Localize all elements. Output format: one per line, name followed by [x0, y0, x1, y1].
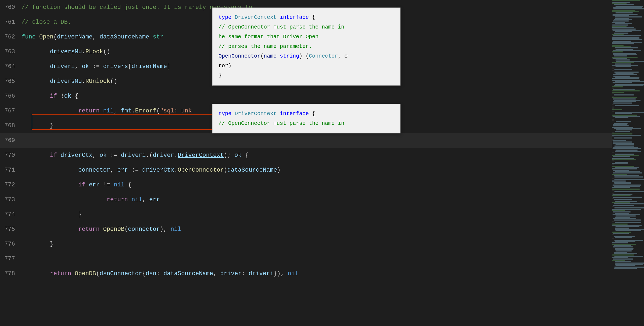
code-line-777: 777 — [0, 251, 612, 266]
minimap-line — [613, 148, 641, 149]
minimap-line — [613, 205, 634, 206]
minimap-line — [615, 16, 642, 17]
minimap-line — [612, 11, 639, 12]
minimap-line — [612, 96, 614, 97]
minimap-line — [612, 68, 614, 69]
minimap-line — [613, 53, 636, 54]
minimap-line — [614, 199, 632, 200]
minimap-line — [612, 206, 614, 207]
minimap-line — [614, 252, 627, 253]
minimap-line — [613, 211, 631, 212]
minimap-line — [613, 58, 627, 59]
minimap-line — [612, 195, 631, 196]
minimap-line — [614, 33, 628, 34]
minimap-line — [613, 246, 633, 247]
minimap-line — [612, 132, 614, 133]
minimap-line — [612, 38, 639, 39]
minimap-line — [612, 135, 641, 136]
line-number-763: 763 — [0, 44, 22, 59]
minimap-line — [614, 191, 644, 192]
minimap-line — [612, 166, 634, 167]
minimap-line — [615, 18, 629, 19]
minimap-line — [612, 119, 614, 120]
popup-line: // OpenConnector must parse the name in — [219, 119, 394, 128]
code-line-775: 775 return OpenDB(connector), nil — [0, 222, 612, 237]
minimap-line — [613, 82, 632, 83]
minimap-line — [616, 230, 641, 231]
minimap-line — [612, 34, 624, 35]
minimap-line — [612, 202, 630, 203]
minimap-line — [616, 73, 634, 74]
minimap-line — [616, 61, 644, 62]
minimap-line — [612, 104, 614, 105]
minimap-line — [615, 213, 629, 214]
minimap-line — [612, 90, 640, 91]
minimap-line — [613, 141, 632, 143]
minimap-line — [613, 218, 636, 219]
minimap-line — [612, 187, 630, 188]
minimap-content — [612, 0, 644, 326]
minimap-line — [615, 237, 632, 238]
minimap-line — [614, 175, 639, 176]
line-content-766: if !ok { — [22, 89, 612, 104]
minimap-line — [615, 63, 631, 65]
minimap-line — [614, 72, 638, 73]
minimap-line — [616, 215, 635, 217]
minimap-line — [615, 117, 628, 118]
minimap-line — [612, 190, 614, 191]
minimap-line — [615, 263, 644, 264]
minimap-line — [615, 47, 638, 48]
minimap-line — [614, 123, 628, 124]
minimap-line — [614, 256, 643, 257]
minimap-line — [612, 244, 636, 245]
minimap-line — [614, 267, 644, 268]
minimap-line — [614, 100, 641, 101]
minimap-line — [612, 51, 623, 52]
line-number-764: 764 — [0, 59, 22, 74]
minimap-line — [615, 261, 631, 262]
minimap-line — [612, 159, 636, 160]
popup-line: type DriverContext interface { — [219, 109, 394, 119]
minimap-line — [613, 76, 630, 77]
minimap-line — [614, 240, 643, 241]
minimap-line — [612, 111, 614, 112]
line-number-769: 769 — [0, 133, 22, 148]
minimap-line — [613, 8, 644, 9]
minimap-line — [612, 43, 634, 44]
code-line-774: 774 } — [0, 207, 612, 222]
code-line-771: 771 connector, err := driverCtx.OpenConn… — [0, 163, 612, 178]
line-content-771: connector, err := driverCtx.OpenConnecto… — [22, 163, 612, 178]
minimap-line — [612, 80, 640, 81]
minimap-line — [616, 59, 630, 61]
code-line-766: 766 if !ok { — [0, 89, 612, 104]
minimap-line — [614, 245, 631, 246]
minimap-line — [615, 201, 637, 202]
minimap-line — [612, 158, 634, 159]
minimap-line — [613, 156, 630, 157]
main-code: 760// function should be called just onc… — [0, 0, 612, 326]
minimap-line — [613, 170, 629, 171]
minimap-line — [613, 258, 633, 260]
minimap-line — [612, 209, 641, 210]
minimap-line — [612, 178, 614, 179]
line-number-761: 761 — [0, 15, 22, 30]
minimap-line — [613, 101, 636, 102]
minimap-line — [612, 107, 614, 108]
code-line-769: 769 — [0, 133, 612, 148]
minimap-line — [615, 249, 633, 250]
popup-line: // parses the name parameter. — [219, 42, 394, 51]
minimap-line — [615, 167, 639, 168]
minimap-line — [613, 125, 629, 126]
minimap-line — [614, 268, 637, 269]
line-content-776: } — [22, 237, 612, 251]
minimap-line — [614, 94, 634, 95]
minimap-line — [612, 62, 634, 63]
minimap[interactable] — [612, 0, 644, 326]
minimap-line — [614, 203, 644, 204]
minimap-line — [616, 121, 631, 122]
minimap-line — [613, 233, 629, 234]
minimap-line — [613, 143, 634, 144]
minimap-line — [612, 257, 628, 258]
minimap-line — [615, 264, 643, 265]
popup-line: ror) — [219, 61, 394, 71]
